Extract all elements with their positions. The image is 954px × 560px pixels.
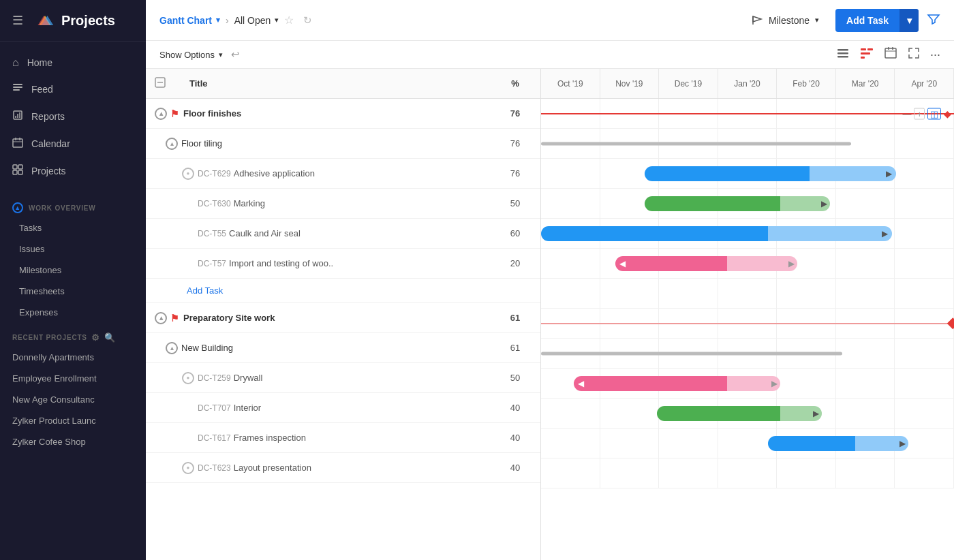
refresh-icon[interactable]: ↻ — [303, 14, 312, 27]
undo-icon[interactable]: ↩ — [231, 48, 240, 61]
cal-icon — [884, 46, 897, 60]
plus-icon[interactable]: + — [914, 108, 925, 119]
expand-icon[interactable] — [907, 46, 921, 63]
task-id-t55: DC-T55 — [198, 229, 226, 238]
expand-all-icon[interactable] — [154, 76, 173, 91]
hamburger-icon[interactable]: ☰ — [12, 13, 23, 28]
show-options-button[interactable]: Show Options ▾ — [159, 50, 223, 60]
breadcrumb-separator: › — [226, 15, 229, 26]
search-projects-icon[interactable]: 🔍 — [104, 332, 116, 343]
filter-projects-icon[interactable]: ⚙ — [91, 332, 100, 343]
expand-t259[interactable]: ● — [181, 370, 198, 386]
percent-column-header: % — [498, 78, 532, 89]
task-percent-t707: 40 — [498, 403, 532, 413]
gantt-chart-button[interactable]: Gantt Chart ▾ — [159, 15, 220, 26]
sidebar-timesheets[interactable]: Timesheets — [0, 281, 146, 302]
more-options-icon[interactable]: ··· — [930, 48, 940, 62]
task-id-t630: DC-T630 — [198, 199, 231, 208]
show-options-chevron: ▾ — [219, 50, 223, 59]
t630-arrow: ▶ — [821, 199, 827, 208]
table-row: DC-T630 Marking 50 — [146, 189, 540, 219]
task-id-t259: DC-T259 — [198, 373, 231, 383]
add-task-dropdown-arrow[interactable]: ▾ — [899, 9, 919, 32]
task-percent-t55: 60 — [498, 228, 532, 238]
project-employee[interactable]: Employee Enrollment — [0, 368, 146, 389]
add-task-row[interactable]: Add Task — [146, 279, 540, 303]
star-icon[interactable]: ☆ — [284, 14, 294, 27]
gantt-body: — + ◫ ◆ ▶ — [541, 99, 954, 488]
calendar-view-icon[interactable] — [884, 46, 897, 63]
t617-arrow: ▶ — [899, 439, 906, 448]
project-zylker-coffee[interactable]: Zylker Cofee Shop — [0, 431, 146, 452]
add-task-button[interactable]: Add Task ▾ — [835, 9, 919, 32]
sidebar-expenses[interactable]: Expenses — [0, 302, 146, 323]
svg-rect-1 — [13, 87, 22, 88]
expand-floor-tiling[interactable]: ▴ — [165, 136, 181, 152]
month-oct19: Oct '19 — [541, 69, 600, 98]
work-overview-label: WORK OVERVIEW — [29, 204, 96, 212]
filter-funnel-icon[interactable] — [927, 12, 940, 29]
prep-site-name: Preparatory Site work — [183, 313, 498, 323]
sidebar: ☰ Projects ⌂ Home Feed — [0, 0, 146, 560]
svg-rect-16 — [837, 49, 848, 51]
gantt-chart-label: Gantt Chart — [159, 15, 212, 26]
month-nov19: Nov '19 — [600, 69, 660, 98]
milestone-flag-icon: ⚑ — [170, 108, 179, 119]
sidebar-milestones[interactable]: Milestones — [0, 260, 146, 281]
sidebar-item-projects[interactable]: Projects — [0, 157, 146, 185]
sidebar-item-calendar[interactable]: Calendar — [0, 130, 146, 157]
toolbar: Show Options ▾ ↩ — [146, 41, 954, 69]
toolbar-right-icons: ··· — [836, 46, 940, 63]
recent-projects-label: RECENT PROJECTS — [12, 334, 87, 341]
task-name-t57: Import and testing of woo.. — [229, 258, 498, 268]
expand-prep-site[interactable]: ▴ — [154, 310, 170, 326]
sidebar-item-reports[interactable]: Reports — [0, 103, 146, 130]
floor-finishes-percent: 76 — [498, 108, 532, 119]
project-newage[interactable]: New Age Consultanc — [0, 389, 146, 410]
svg-rect-13 — [13, 170, 17, 174]
expand-t629[interactable]: ● — [181, 166, 198, 182]
t55-arrow: ▶ — [882, 229, 888, 238]
bar-controls: — + ◫ ◆ — [902, 108, 951, 119]
t629-arrow: ▶ — [886, 169, 892, 178]
sidebar-item-home[interactable]: ⌂ Home — [0, 50, 146, 76]
main-content: Gantt Chart ▾ › All Open ▾ ☆ ↻ Milestone… — [146, 0, 954, 560]
table-row: DC-T57 Import and testing of woo.. 20 — [146, 249, 540, 279]
task-id-t707: DC-T707 — [198, 403, 231, 413]
list-view-icon[interactable] — [836, 46, 850, 63]
floor-tiling-bar — [541, 142, 851, 145]
expand-t623[interactable]: ● — [181, 460, 198, 476]
header-left: Gantt Chart ▾ › All Open ▾ ☆ ↻ — [159, 14, 735, 27]
gantt-view-icon[interactable] — [859, 46, 874, 63]
filter-button[interactable]: All Open ▾ — [234, 15, 279, 26]
new-building-bar — [541, 352, 842, 355]
projects-icon — [12, 164, 23, 178]
task-name-t707: Interior — [234, 403, 498, 413]
gantt-row-t629: ▶ — [541, 159, 954, 189]
sidebar-issues[interactable]: Issues — [0, 238, 146, 260]
svg-rect-19 — [861, 48, 866, 50]
table-row: ● DC-T623 Layout presentation 40 — [146, 453, 540, 483]
minus-icon[interactable]: — — [902, 108, 911, 119]
t57-bar-solid: ◀ — [615, 256, 727, 271]
t707-bar-solid — [657, 406, 781, 421]
svg-rect-18 — [837, 56, 848, 58]
expand-floor-finishes[interactable]: ▴ — [154, 106, 170, 122]
gantt-row-floor-finishes: — + ◫ ◆ — [541, 99, 954, 129]
sidebar-tasks[interactable]: Tasks — [0, 217, 146, 238]
floor-tiling-percent: 76 — [498, 138, 532, 149]
t259-bar-solid: ◀ — [574, 376, 726, 391]
milestone-button[interactable]: Milestone ▾ — [743, 10, 827, 31]
task-percent-t630: 50 — [498, 198, 532, 208]
date-icon[interactable]: ◫ — [927, 108, 941, 119]
expand-new-building[interactable]: ▴ — [165, 340, 181, 356]
project-donnelly[interactable]: Donnelly Apartments — [0, 347, 146, 368]
t617-bar-light: ▶ — [855, 436, 909, 451]
task-percent-t629: 76 — [498, 168, 532, 178]
sidebar-item-feed[interactable]: Feed — [0, 76, 146, 103]
new-building-percent: 61 — [498, 343, 532, 353]
milestone-flag-icon2: ⚑ — [170, 313, 179, 324]
floor-tiling-name: Floor tiling — [181, 138, 498, 149]
project-zylker-launch[interactable]: Zylker Product Launc — [0, 410, 146, 431]
sidebar-calendar-label: Calendar — [31, 138, 70, 149]
